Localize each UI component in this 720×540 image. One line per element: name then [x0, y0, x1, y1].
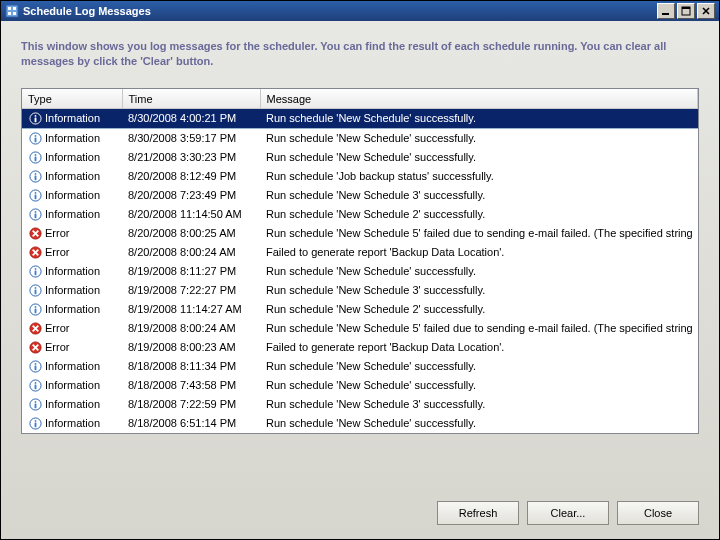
table-row[interactable]: Information8/30/2008 4:00:21 PMRun sched…	[22, 109, 698, 128]
column-header-type[interactable]: Type	[22, 89, 122, 109]
content-area: This window shows you log messages for t…	[1, 21, 719, 489]
row-type-label: Information	[45, 170, 100, 182]
row-type-label: Error	[45, 322, 69, 334]
row-message: Run schedule 'New Schedule' successfully…	[260, 262, 698, 281]
row-time: 8/20/2008 8:00:24 AM	[122, 243, 260, 262]
svg-rect-1	[8, 7, 11, 10]
schedule-log-window: Schedule Log Messages This window shows …	[0, 0, 720, 540]
row-message: Run schedule 'New Schedule' successfully…	[260, 109, 698, 128]
column-header-message[interactable]: Message	[260, 89, 698, 109]
svg-rect-5	[662, 13, 669, 15]
svg-rect-56	[34, 401, 36, 403]
svg-rect-2	[13, 7, 16, 10]
close-button[interactable]	[697, 3, 715, 19]
row-type-label: Information	[45, 398, 100, 410]
row-type-label: Information	[45, 360, 100, 372]
row-type-label: Information	[45, 417, 100, 429]
info-icon	[28, 207, 42, 221]
table-row[interactable]: Information8/19/2008 11:14:27 AMRun sche…	[22, 300, 698, 319]
info-icon	[28, 169, 42, 183]
svg-rect-24	[34, 194, 36, 199]
row-time: 8/18/2008 8:11:34 PM	[122, 357, 260, 376]
svg-rect-35	[34, 268, 36, 270]
row-time: 8/18/2008 7:43:58 PM	[122, 376, 260, 395]
error-icon	[28, 245, 42, 259]
table-row[interactable]: Information8/20/2008 11:14:50 AMRun sche…	[22, 205, 698, 224]
titlebar: Schedule Log Messages	[1, 1, 719, 21]
row-type-label: Information	[45, 112, 100, 124]
row-message: Run schedule 'New Schedule' successfully…	[260, 414, 698, 433]
table-row[interactable]: Information8/18/2008 8:11:34 PMRun sched…	[22, 357, 698, 376]
svg-rect-0	[6, 5, 18, 17]
row-type-label: Information	[45, 303, 100, 315]
info-icon	[28, 416, 42, 430]
info-icon	[28, 302, 42, 316]
row-time: 8/19/2008 8:00:23 AM	[122, 338, 260, 357]
svg-rect-4	[13, 12, 16, 15]
table-row[interactable]: Error8/19/2008 8:00:24 AMRun schedule 'N…	[22, 319, 698, 338]
table-row[interactable]: Information8/18/2008 6:51:14 PMRun sched…	[22, 414, 698, 433]
row-message: Run schedule 'New Schedule 2' successful…	[260, 300, 698, 319]
row-time: 8/30/2008 4:00:21 PM	[122, 109, 260, 128]
table-row[interactable]: Information8/19/2008 8:11:27 PMRun sched…	[22, 262, 698, 281]
table-row[interactable]: Error8/20/2008 8:00:25 AMRun schedule 'N…	[22, 224, 698, 243]
row-time: 8/20/2008 11:14:50 AM	[122, 205, 260, 224]
table-row[interactable]: Error8/20/2008 8:00:24 AMFailed to gener…	[22, 243, 698, 262]
svg-rect-11	[34, 115, 36, 117]
refresh-button[interactable]: Refresh	[437, 501, 519, 525]
table-row[interactable]: Information8/18/2008 7:22:59 PMRun sched…	[22, 395, 698, 414]
row-time: 8/18/2008 7:22:59 PM	[122, 395, 260, 414]
table-row[interactable]: Information8/21/2008 3:30:23 PMRun sched…	[22, 148, 698, 167]
row-message: Run schedule 'New Schedule' successfully…	[260, 376, 698, 395]
button-bar: Refresh Clear... Close	[1, 489, 719, 539]
row-type-label: Information	[45, 151, 100, 163]
table-row[interactable]: Information8/19/2008 7:22:27 PMRun sched…	[22, 281, 698, 300]
clear-button[interactable]: Clear...	[527, 501, 609, 525]
close-action-button[interactable]: Close	[617, 501, 699, 525]
table-row[interactable]: Information8/30/2008 3:59:17 PMRun sched…	[22, 129, 698, 148]
column-header-time[interactable]: Time	[122, 89, 260, 109]
log-table-container: Type Time Message Information8/30/2008 4…	[21, 88, 699, 434]
svg-rect-21	[34, 175, 36, 180]
svg-rect-7	[682, 7, 690, 9]
maximize-button[interactable]	[677, 3, 695, 19]
svg-rect-3	[8, 12, 11, 15]
svg-rect-57	[34, 403, 36, 408]
svg-rect-51	[34, 365, 36, 370]
table-row[interactable]: Error8/19/2008 8:00:23 AMFailed to gener…	[22, 338, 698, 357]
row-type-label: Information	[45, 189, 100, 201]
row-type-label: Information	[45, 265, 100, 277]
row-message: Run schedule 'New Schedule 3' successful…	[260, 186, 698, 205]
svg-rect-53	[34, 382, 36, 384]
info-icon	[28, 131, 42, 145]
row-time: 8/21/2008 3:30:23 PM	[122, 148, 260, 167]
table-row[interactable]: Information8/20/2008 8:12:49 PMRun sched…	[22, 167, 698, 186]
row-message: Failed to generate report 'Backup Data L…	[260, 243, 698, 262]
info-icon	[28, 111, 42, 125]
info-icon	[28, 397, 42, 411]
svg-rect-18	[34, 156, 36, 161]
info-icon	[28, 150, 42, 164]
app-icon	[5, 4, 19, 18]
info-icon	[28, 378, 42, 392]
row-time: 8/19/2008 8:11:27 PM	[122, 262, 260, 281]
table-row[interactable]: Information8/18/2008 7:43:58 PMRun sched…	[22, 376, 698, 395]
minimize-button[interactable]	[657, 3, 675, 19]
description-text: This window shows you log messages for t…	[21, 39, 699, 70]
row-time: 8/30/2008 3:59:17 PM	[122, 129, 260, 148]
table-row[interactable]: Information8/20/2008 7:23:49 PMRun sched…	[22, 186, 698, 205]
svg-rect-42	[34, 308, 36, 313]
row-message: Run schedule 'New Schedule 5' failed due…	[260, 224, 698, 243]
svg-rect-14	[34, 135, 36, 137]
row-message: Run schedule 'New Schedule' successfully…	[260, 357, 698, 376]
row-time: 8/18/2008 6:51:14 PM	[122, 414, 260, 433]
row-message: Run schedule 'Job backup status' success…	[260, 167, 698, 186]
row-type-label: Error	[45, 341, 69, 353]
info-icon	[28, 188, 42, 202]
row-type-label: Information	[45, 379, 100, 391]
row-time: 8/19/2008 8:00:24 AM	[122, 319, 260, 338]
row-time: 8/20/2008 8:12:49 PM	[122, 167, 260, 186]
row-message: Run schedule 'New Schedule' successfully…	[260, 148, 698, 167]
svg-rect-39	[34, 289, 36, 294]
row-message: Failed to generate report 'Backup Data L…	[260, 338, 698, 357]
